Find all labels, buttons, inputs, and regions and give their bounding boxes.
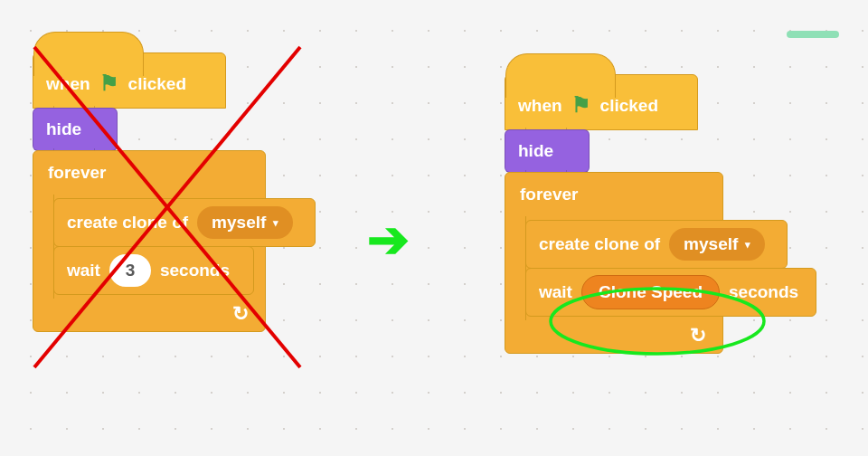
create-clone-block[interactable]: create clone of myself ▾ <box>53 198 316 247</box>
chevron-down-icon: ▾ <box>273 217 278 229</box>
forever-block[interactable]: forever create clone of myself ▾ wait 3 … <box>33 150 266 332</box>
wait-value-input[interactable]: 3 <box>109 254 151 287</box>
left-script: when ⚑ clicked hide forever create clone… <box>33 52 266 332</box>
clone-target-dropdown[interactable]: myself ▾ <box>669 228 765 261</box>
right-script: when ⚑ clicked hide forever create clone… <box>505 74 723 354</box>
forever-block[interactable]: forever create clone of myself ▾ wait Cl… <box>505 172 723 354</box>
clone-label: create clone of <box>67 213 188 233</box>
clone-target-dropdown[interactable]: myself ▾ <box>197 206 293 239</box>
wait-block[interactable]: wait 3 seconds <box>53 246 254 295</box>
forever-label: forever <box>520 185 578 204</box>
wait-unit: seconds <box>160 261 230 280</box>
hide-label: hide <box>518 141 553 161</box>
create-clone-block[interactable]: create clone of myself ▾ <box>525 220 788 269</box>
forever-label: forever <box>48 163 106 183</box>
hide-label: hide <box>46 119 81 139</box>
wait-unit: seconds <box>729 282 798 302</box>
hide-block[interactable]: hide <box>33 108 118 151</box>
loop-icon: ↻ <box>690 324 706 347</box>
green-flag-icon: ⚑ <box>99 71 119 96</box>
chevron-down-icon: ▾ <box>745 239 750 251</box>
wait-variable-slot[interactable]: Clone Speed <box>581 275 720 309</box>
green-flag-icon: ⚑ <box>571 92 591 118</box>
hat-text-pre: when <box>46 74 90 94</box>
wait-label: wait <box>67 261 100 280</box>
accent-pill <box>787 31 839 38</box>
loop-icon: ↻ <box>232 302 249 326</box>
clone-target-value: myself <box>684 234 738 254</box>
clone-target-value: myself <box>212 213 266 233</box>
when-flag-clicked-block[interactable]: when ⚑ clicked <box>33 52 226 109</box>
wait-label: wait <box>539 282 572 302</box>
hat-text-pre: when <box>518 96 562 116</box>
transition-arrow-icon: ➔ <box>367 210 410 269</box>
hide-block[interactable]: hide <box>505 129 590 173</box>
wait-block[interactable]: wait Clone Speed seconds <box>525 268 816 317</box>
clone-label: create clone of <box>539 234 660 254</box>
wait-variable-name: Clone Speed <box>599 282 703 302</box>
hat-text-post: clicked <box>600 96 658 116</box>
hat-text-post: clicked <box>128 74 186 94</box>
when-flag-clicked-block[interactable]: when ⚑ clicked <box>505 74 698 130</box>
